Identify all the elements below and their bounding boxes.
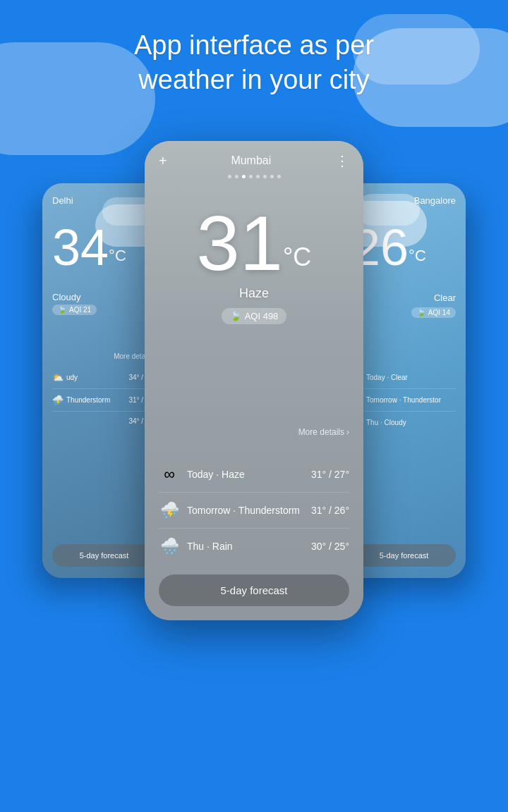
center-forecast-temps-3: 30° / 25° <box>311 541 349 552</box>
center-chevron-icon: › <box>346 427 349 437</box>
left-five-day-button[interactable]: 5-day forecast <box>52 544 156 567</box>
dot-8 <box>277 175 281 178</box>
aqi-icon: 🍃 <box>230 311 241 321</box>
dot-2 <box>235 175 238 178</box>
center-forecast-list: ∞ Today · Haze 31° / 27° ⛈️ Tomorrow · T… <box>145 457 363 564</box>
center-five-day-button[interactable]: 5-day forecast <box>159 574 349 606</box>
left-aqi-badge: 🍃 AQI 21 <box>52 304 97 315</box>
dot-7 <box>270 175 274 178</box>
center-topbar: + Mumbai ⋮ <box>145 154 363 168</box>
left-forecast-label-1: udy <box>66 374 126 381</box>
left-condition: Cloudy <box>42 292 80 302</box>
left-temperature: 34°C <box>52 222 126 273</box>
right-forecast-item-2: ⛈️ Tomorrow · Thunderstor <box>352 389 456 412</box>
center-forecast-icon-3: 🌧️ <box>159 537 180 555</box>
left-city-name: Delhi <box>52 195 73 206</box>
center-city-name: Mumbai <box>167 154 335 167</box>
dot-5 <box>256 175 260 178</box>
center-forecast-item-1: ∞ Today · Haze 31° / 27° <box>159 457 349 493</box>
left-forecast-item-3: 34° / 26° <box>52 412 156 431</box>
center-forecast-label-2: Tomorrow · Thunderstorm <box>187 505 304 516</box>
header-section: App interface as per weather in your cit… <box>0 28 508 98</box>
right-condition: Clear <box>434 293 456 303</box>
center-forecast-label-3: Thu · Rain <box>187 541 304 552</box>
left-forecast-label-2: Thunderstorm <box>66 396 126 404</box>
left-aqi-icon: 🍃 <box>58 306 66 314</box>
center-more-icon[interactable]: ⋮ <box>335 154 349 168</box>
left-forecast-item-2: ⛈️ Thunderstorm 31° / 25° <box>52 389 156 412</box>
right-forecast-label-2: Tomorrow · Thunderstor <box>366 396 456 404</box>
right-five-day-button[interactable]: 5-day forecast <box>352 544 456 567</box>
center-forecast-item-2: ⛈️ Tomorrow · Thunderstorm 31° / 26° <box>159 493 349 529</box>
right-forecast-label-3: Thu · Cloudy <box>366 419 456 426</box>
phones-container: Delhi ⋮ 34°C Cloudy 🍃 AQI 21 More detail… <box>0 141 508 620</box>
dot-3 <box>242 175 246 178</box>
page-dots <box>145 175 363 178</box>
center-condition: Haze <box>145 286 363 301</box>
center-temperature-block: 31°C Haze 🍃 AQI 498 <box>145 204 363 324</box>
header-title: App interface as per weather in your cit… <box>0 28 508 98</box>
dot-1 <box>228 175 231 178</box>
right-city-name: Bangalore <box>361 195 456 206</box>
center-forecast-icon-1: ∞ <box>159 465 180 484</box>
dot-4 <box>249 175 253 178</box>
left-forecast-item-1: ⛅ udy 34° / 25° <box>52 367 156 389</box>
center-forecast-temps-2: 31° / 26° <box>311 505 349 516</box>
center-forecast-item-3: 🌧️ Thu · Rain 30° / 25° <box>159 529 349 564</box>
center-more-details[interactable]: More details › <box>298 427 349 437</box>
right-forecast-item-1: 🌤️ Today · Clear <box>352 367 456 389</box>
center-aqi-badge: 🍃 AQI 498 <box>222 308 287 324</box>
center-forecast-temps-1: 31° / 27° <box>311 469 349 480</box>
center-add-icon[interactable]: + <box>159 154 167 168</box>
center-forecast-icon-2: ⛈️ <box>159 501 180 519</box>
phone-mumbai: + Mumbai ⋮ 31°C Haze 🍃 AQI 498 <box>145 141 363 620</box>
dot-6 <box>263 175 267 178</box>
right-aqi-icon: 🍃 <box>417 309 425 316</box>
left-forecast-icon-1: ⛅ <box>52 372 64 383</box>
center-temp-unit: °C <box>283 242 311 271</box>
left-forecast-icon-2: ⛈️ <box>52 395 64 405</box>
center-forecast-label-1: Today · Haze <box>187 469 304 480</box>
center-temp-number: 31 <box>197 199 283 286</box>
right-forecast-item-3: 🌤️ Thu · Cloudy <box>352 412 456 433</box>
right-aqi-badge: 🍃 AQI 14 <box>411 307 456 318</box>
right-forecast-label-1: Today · Clear <box>366 374 456 381</box>
